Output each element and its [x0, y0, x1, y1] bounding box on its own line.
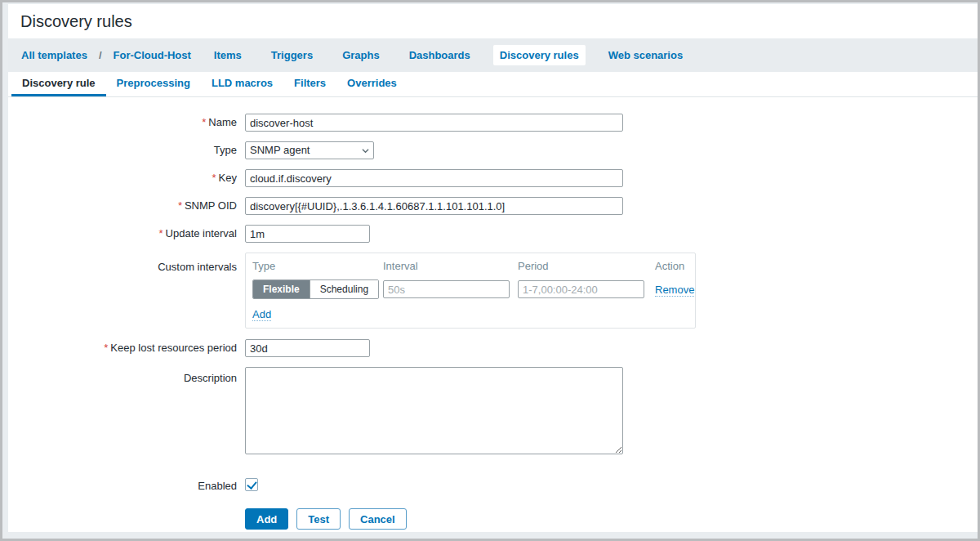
- tab-bar: Discovery rule Preprocessing LLD macros …: [8, 72, 978, 97]
- enabled-row: Enabled: [8, 477, 978, 495]
- nav-item-graphs[interactable]: Graphs: [336, 45, 386, 65]
- tab-discovery-rule[interactable]: Discovery rule: [11, 72, 106, 96]
- breadcrumb-separator: /: [99, 49, 102, 61]
- page-title: Discovery rules: [20, 12, 132, 31]
- column-header-period: Period: [518, 260, 655, 272]
- column-header-type: Type: [252, 260, 383, 272]
- required-asterisk: *: [158, 227, 163, 239]
- nav-item-triggers[interactable]: Triggers: [265, 45, 319, 65]
- custom-intervals-header: Type Interval Period Action: [252, 260, 688, 272]
- custom-interval-row: Flexible Scheduling Remove: [252, 279, 688, 299]
- type-select-value[interactable]: SNMP agent: [245, 141, 374, 159]
- key-input[interactable]: [245, 169, 623, 187]
- lifetime-row: *Keep lost resources period: [8, 339, 978, 357]
- snmp-oid-row: *SNMP OID: [8, 197, 978, 215]
- form-footer: Add Test Cancel: [8, 508, 978, 530]
- tab-overrides[interactable]: Overrides: [336, 72, 408, 96]
- interval-type-scheduling-button[interactable]: Scheduling: [310, 280, 378, 298]
- add-button[interactable]: Add: [245, 508, 288, 530]
- breadcrumb-template-link[interactable]: For-Cloud-Host: [114, 49, 191, 61]
- interval-type-toggle: Flexible Scheduling: [252, 279, 379, 299]
- type-select[interactable]: SNMP agent: [245, 141, 374, 159]
- breadcrumb: All templates / For-Cloud-Host Items Tri…: [8, 38, 978, 72]
- nav-item-discovery-rules[interactable]: Discovery rules: [493, 45, 586, 65]
- name-label: *Name: [8, 114, 245, 132]
- remove-interval-link[interactable]: Remove: [655, 284, 694, 297]
- update-interval-input[interactable]: [245, 225, 370, 243]
- description-textarea[interactable]: [245, 367, 623, 454]
- interval-input[interactable]: [383, 280, 510, 298]
- type-label: Type: [8, 141, 245, 159]
- title-band: Discovery rules: [8, 4, 978, 38]
- description-label: Description: [8, 367, 245, 458]
- name-row: *Name: [8, 114, 978, 132]
- custom-intervals-label: Custom intervals: [8, 253, 245, 329]
- tab-filters[interactable]: Filters: [283, 72, 336, 96]
- custom-intervals-row: Custom intervals Type Interval Period Ac…: [8, 253, 978, 329]
- nav-item-dashboards[interactable]: Dashboards: [403, 45, 477, 65]
- key-row: *Key: [8, 169, 978, 187]
- column-header-action: Action: [655, 260, 688, 272]
- nav-item-items[interactable]: Items: [207, 45, 248, 65]
- test-button[interactable]: Test: [296, 508, 341, 530]
- required-asterisk: *: [178, 199, 182, 212]
- update-interval-row: *Update interval: [8, 225, 978, 243]
- type-row: Type SNMP agent: [8, 141, 978, 159]
- page-container: Discovery rules All templates / For-Clou…: [8, 4, 978, 532]
- required-asterisk: *: [104, 342, 108, 354]
- column-header-interval: Interval: [383, 260, 518, 272]
- required-asterisk: *: [202, 116, 206, 128]
- tab-lld-macros[interactable]: LLD macros: [201, 72, 283, 96]
- name-input[interactable]: [245, 114, 623, 132]
- lifetime-label: *Keep lost resources period: [8, 339, 245, 357]
- cancel-button[interactable]: Cancel: [349, 508, 407, 530]
- snmp-oid-label: *SNMP OID: [8, 197, 245, 215]
- breadcrumb-all-templates-link[interactable]: All templates: [21, 49, 87, 61]
- tab-preprocessing[interactable]: Preprocessing: [106, 72, 201, 96]
- nav-item-web-scenarios[interactable]: Web scenarios: [602, 45, 690, 65]
- add-interval-link[interactable]: Add: [252, 308, 271, 321]
- lifetime-input[interactable]: [245, 339, 370, 357]
- snmp-oid-input[interactable]: [245, 197, 623, 215]
- enabled-checkbox[interactable]: [245, 478, 258, 491]
- form-content: *Name Type SNMP agent *Key *SNMP OID: [8, 97, 978, 532]
- custom-intervals-table: Type Interval Period Action Flexible Sch…: [245, 253, 696, 329]
- update-interval-label: *Update interval: [8, 225, 245, 243]
- enabled-label: Enabled: [8, 477, 245, 495]
- app-window: Discovery rules All templates / For-Clou…: [0, 0, 980, 541]
- period-input[interactable]: [518, 280, 644, 298]
- interval-type-flexible-button[interactable]: Flexible: [253, 280, 310, 298]
- required-asterisk: *: [212, 172, 216, 184]
- description-row: Description: [8, 367, 978, 458]
- key-label: *Key: [8, 169, 245, 187]
